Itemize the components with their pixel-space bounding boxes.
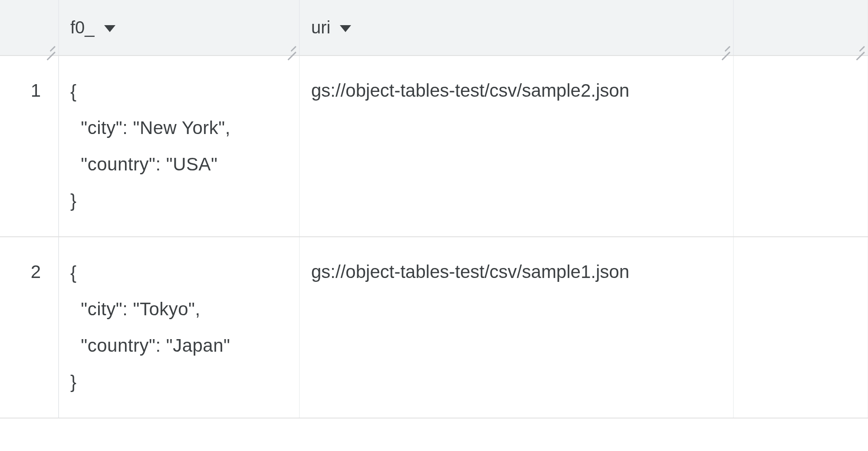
column-header-label: uri (311, 18, 330, 37)
resize-handle-icon[interactable] (851, 43, 866, 53)
resize-handle-icon[interactable] (283, 43, 297, 53)
column-header-rownum[interactable] (0, 0, 59, 56)
row-number: 1 (0, 56, 59, 237)
cell-extra (733, 56, 868, 237)
resize-handle-icon[interactable] (42, 43, 56, 53)
cell-f0-value: { "city": "Tokyo", "country": "Japan" } (70, 255, 285, 400)
cell-extra (733, 237, 868, 418)
table-row[interactable]: 1 { "city": "New York", "country": "USA"… (0, 56, 868, 237)
table-body: 1 { "city": "New York", "country": "USA"… (0, 56, 868, 418)
column-header-extra[interactable] (733, 0, 868, 56)
results-table: f0_ uri 1 { "city": "New York", "count (0, 0, 868, 418)
table-row[interactable]: 2 { "city": "Tokyo", "country": "Japan" … (0, 237, 868, 418)
cell-uri[interactable]: gs://object-tables-test/csv/sample1.json (299, 237, 733, 418)
cell-uri[interactable]: gs://object-tables-test/csv/sample2.json (299, 56, 733, 237)
cell-f0[interactable]: { "city": "Tokyo", "country": "Japan" } (59, 237, 299, 418)
column-header-uri[interactable]: uri (299, 0, 733, 56)
column-header-f0[interactable]: f0_ (59, 0, 299, 56)
cell-f0-value: { "city": "New York", "country": "USA" } (70, 73, 285, 219)
table-header-row: f0_ uri (0, 0, 868, 56)
row-number: 2 (0, 237, 59, 418)
cell-uri-value: gs://object-tables-test/csv/sample2.json (311, 80, 629, 101)
sort-dropdown-icon[interactable] (340, 25, 351, 32)
sort-dropdown-icon[interactable] (104, 25, 115, 32)
resize-handle-icon[interactable] (717, 43, 731, 53)
column-header-label: f0_ (70, 18, 95, 37)
cell-uri-value: gs://object-tables-test/csv/sample1.json (311, 261, 629, 282)
cell-f0[interactable]: { "city": "New York", "country": "USA" } (59, 56, 299, 237)
